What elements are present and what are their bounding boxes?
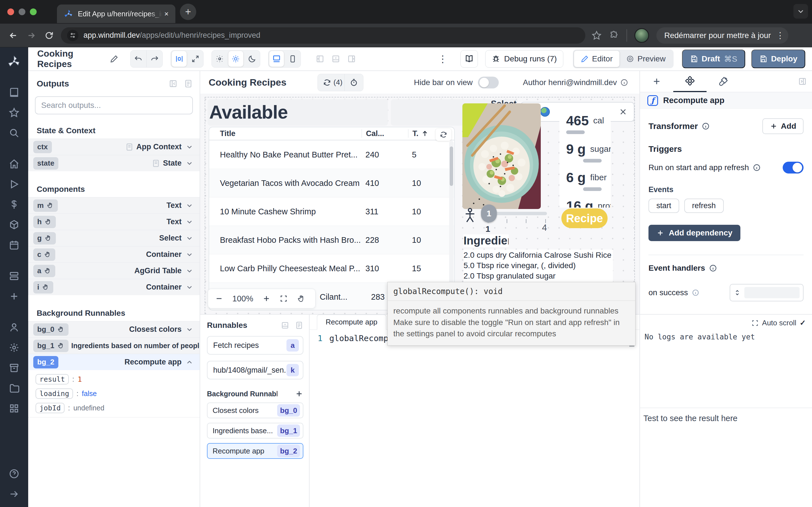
zoom-window-button[interactable] bbox=[30, 8, 37, 15]
grid-icon[interactable] bbox=[8, 402, 20, 414]
sidebar-item-workers[interactable] bbox=[8, 270, 20, 282]
component-id-chip[interactable]: a bbox=[33, 265, 55, 277]
extensions-icon[interactable] bbox=[609, 31, 619, 41]
auto-scroll-checkbox[interactable]: ✓ bbox=[800, 319, 806, 327]
gear-icon[interactable] bbox=[8, 341, 20, 354]
browser-menu-icon[interactable]: ⋮ bbox=[776, 31, 784, 40]
centered-layout-button[interactable] bbox=[172, 51, 187, 67]
doc-list-icon[interactable] bbox=[184, 79, 193, 88]
help-icon[interactable] bbox=[8, 467, 20, 480]
refresh-app-button[interactable] bbox=[318, 74, 334, 91]
add-bg-runnable-button[interactable] bbox=[295, 390, 303, 398]
chrome-update-button[interactable]: Redémarrer pour mettre à jour ⋮ bbox=[656, 27, 788, 44]
toggle-left-panel-button[interactable] bbox=[315, 54, 324, 63]
outputs-search[interactable] bbox=[35, 96, 193, 114]
component-id-chip[interactable]: i bbox=[33, 281, 53, 293]
new-tab-button[interactable]: + bbox=[180, 4, 196, 20]
sidebar-item-variables[interactable] bbox=[8, 198, 20, 211]
hide-bar-toggle[interactable] bbox=[478, 76, 499, 89]
theme-tab[interactable] bbox=[707, 71, 740, 92]
table-row[interactable]: Healthy No Bake Peanut Butter Pret...240… bbox=[209, 140, 454, 169]
undo-button[interactable] bbox=[131, 50, 146, 68]
run-on-start-toggle[interactable] bbox=[783, 162, 804, 173]
output-row-ctx[interactable]: ctx App Context bbox=[28, 138, 200, 155]
info-icon[interactable] bbox=[620, 78, 628, 87]
chevron-down-icon[interactable] bbox=[186, 143, 193, 151]
zoom-out-button[interactable] bbox=[215, 295, 223, 302]
sidebar-item-archive[interactable] bbox=[8, 362, 20, 374]
doc-list-icon[interactable] bbox=[295, 321, 303, 330]
windmill-logo[interactable] bbox=[8, 55, 20, 68]
recipe-button[interactable]: Recipe bbox=[561, 209, 608, 228]
component-row-h[interactable]: h Text bbox=[28, 214, 200, 230]
component-row-a[interactable]: a AgGrid Table bbox=[28, 263, 200, 279]
output-row-state[interactable]: state State bbox=[28, 155, 200, 171]
app-canvas[interactable]: Available Select cuisine All Title Cal..… bbox=[200, 94, 640, 314]
fullwidth-layout-button[interactable] bbox=[188, 50, 203, 68]
component-id-chip[interactable]: c bbox=[33, 248, 55, 261]
collapse-rail-icon[interactable] bbox=[8, 488, 20, 500]
chevron-down-icon[interactable] bbox=[186, 283, 193, 291]
tab-search-button[interactable] bbox=[794, 4, 808, 18]
settings-tab[interactable] bbox=[673, 71, 707, 92]
auto-theme-button[interactable] bbox=[212, 50, 227, 68]
bg-row-0[interactable]: bg_0 Closest colors bbox=[28, 321, 200, 337]
add-dependency-button[interactable]: Add dependency bbox=[649, 225, 741, 241]
sidebar-item-add[interactable] bbox=[8, 290, 20, 302]
chevron-down-icon[interactable] bbox=[186, 267, 193, 275]
site-settings-icon[interactable] bbox=[67, 30, 79, 41]
event-chip-refresh[interactable]: refresh bbox=[684, 199, 724, 213]
bookmark-star-icon[interactable] bbox=[592, 31, 602, 41]
more-options-icon[interactable]: ⋮ bbox=[438, 53, 448, 64]
info-icon[interactable] bbox=[692, 289, 699, 296]
col-time[interactable]: T. bbox=[408, 129, 428, 138]
sidebar-item-users[interactable] bbox=[8, 321, 20, 334]
component-id-chip[interactable]: bg_0 bbox=[33, 323, 68, 336]
component-id-chip-selected[interactable]: bg_2 bbox=[33, 356, 58, 369]
desktop-view-button[interactable] bbox=[269, 51, 284, 67]
sidebar-item-home[interactable] bbox=[8, 158, 20, 170]
light-theme-button[interactable] bbox=[229, 51, 243, 67]
component-id-chip[interactable]: g bbox=[33, 232, 56, 244]
minimize-window-button[interactable] bbox=[18, 8, 26, 15]
collapse-panel-icon[interactable] bbox=[168, 79, 177, 88]
code-editor[interactable]: 1 globalRecompute () bbox=[310, 330, 640, 507]
chevron-down-icon[interactable] bbox=[186, 234, 193, 242]
chevron-down-icon[interactable] bbox=[186, 202, 193, 210]
clear-select-icon[interactable] bbox=[619, 108, 627, 116]
component-id-chip[interactable]: ctx bbox=[33, 141, 52, 153]
bg-row-2-selected[interactable]: bg_2 Recompute app bbox=[28, 354, 200, 370]
mobile-view-button[interactable] bbox=[285, 50, 301, 68]
bg-card-recompute-app-selected[interactable]: Recompute app bg_2 bbox=[207, 443, 303, 459]
draft-button[interactable]: Draft ⌘S bbox=[682, 50, 745, 68]
docs-button[interactable] bbox=[460, 50, 478, 68]
table-refresh-button[interactable] bbox=[436, 128, 451, 141]
collapse-right-panel-icon[interactable] bbox=[798, 77, 807, 86]
editor-tab-recompute-app[interactable]: Recompute app bbox=[317, 315, 386, 330]
runnable-card-fetch-recipes[interactable]: Fetch recipes a bbox=[207, 336, 303, 355]
pan-hand-button[interactable] bbox=[297, 295, 305, 302]
history-button[interactable] bbox=[345, 74, 363, 91]
address-bar[interactable]: app.windmill.dev/apps/edit/u/henri/recip… bbox=[61, 27, 585, 44]
bg-row-1[interactable]: bg_1 Ingredients based on number of peop… bbox=[28, 337, 200, 354]
collapse-bottom-icon[interactable] bbox=[281, 321, 289, 330]
col-title[interactable]: Title bbox=[209, 129, 361, 138]
table-row[interactable]: Breakfast Hobo Packs with Hash Bro...228… bbox=[209, 226, 454, 254]
back-button[interactable] bbox=[8, 31, 18, 40]
bg-card-ingredients[interactable]: Ingredients base... bg_1 bbox=[207, 423, 303, 439]
reload-button[interactable] bbox=[45, 31, 54, 40]
bg-card-closest-colors[interactable]: Closest colors bg_0 bbox=[207, 402, 303, 418]
tab-preview[interactable]: Preview bbox=[619, 51, 672, 67]
chevron-down-icon[interactable] bbox=[186, 251, 193, 259]
dark-theme-button[interactable] bbox=[244, 50, 260, 68]
folder-icon[interactable] bbox=[8, 382, 20, 394]
browser-tab[interactable]: Edit App u/henri/recipes_impr × bbox=[57, 4, 175, 23]
on-success-select[interactable] bbox=[730, 284, 804, 301]
event-chip-start[interactable]: start bbox=[649, 199, 679, 213]
info-icon[interactable] bbox=[709, 264, 717, 272]
sidebar-item-docs[interactable] bbox=[8, 86, 20, 99]
component-id-chip[interactable]: state bbox=[33, 157, 58, 170]
search-icon[interactable] bbox=[8, 127, 20, 139]
component-id-chip[interactable]: h bbox=[33, 216, 56, 228]
component-row-i[interactable]: i Container bbox=[28, 279, 200, 295]
